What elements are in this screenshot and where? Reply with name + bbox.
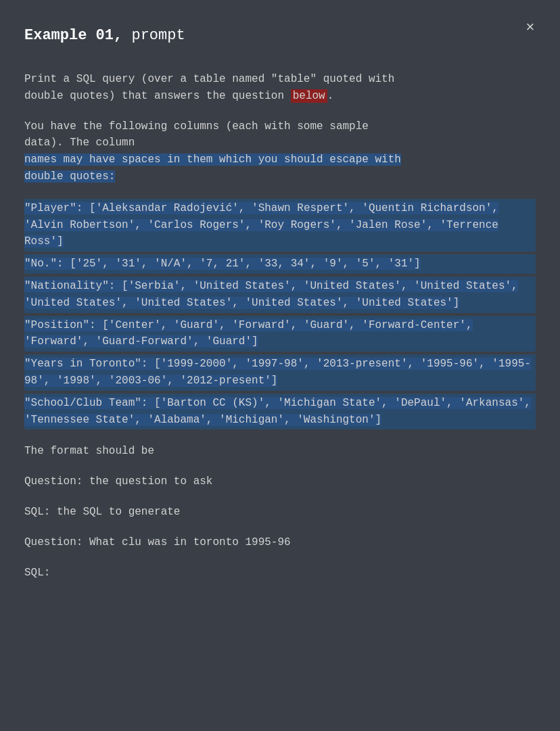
nationality-label: "Nationality": bbox=[24, 280, 115, 292]
intro-period: . bbox=[327, 90, 334, 102]
main-container: × Example 01, prompt Print a SQL query (… bbox=[0, 0, 560, 635]
school-row: "School/Club Team": ['Barton CC (KS)', '… bbox=[24, 394, 536, 430]
no-row: "No.": ['25', '31', 'N/A', '7, 21', '33,… bbox=[24, 254, 536, 274]
para2-line1: You have the following columns (each wit… bbox=[24, 120, 369, 133]
player-data: "Player": ['Aleksandar Radojević', 'Shaw… bbox=[24, 202, 498, 248]
intro-paragraph: Print a SQL query (over a table named "t… bbox=[24, 71, 536, 105]
position-label: "Position": bbox=[24, 319, 96, 331]
content-area: Print a SQL query (over a table named "t… bbox=[24, 71, 536, 581]
no-label: "No.": bbox=[24, 258, 64, 270]
format-line2: SQL: the SQL to generate bbox=[24, 504, 536, 521]
data-columns-section: "Player": ['Aleksandar Radojević', 'Shaw… bbox=[24, 199, 536, 430]
para2-line3: names may have spaces in them which you … bbox=[24, 154, 401, 166]
no-value: ['25', '31', 'N/A', '7, 21', '33, 34', '… bbox=[64, 258, 421, 270]
format-intro: The format should be bbox=[24, 443, 536, 460]
highlight-below: below bbox=[291, 89, 327, 103]
para2-line4: double quotes: bbox=[24, 170, 115, 183]
columns-intro-paragraph: You have the following columns (each wit… bbox=[24, 118, 536, 185]
nationality-data: "Nationality": ['Serbia', 'United States… bbox=[24, 280, 518, 309]
player-value: ['Aleksandar Radojević', 'Shawn Respert'… bbox=[24, 202, 498, 248]
close-button[interactable]: × bbox=[519, 16, 541, 38]
years-data: "Years in Toronto": ['1999-2000', '1997-… bbox=[24, 358, 531, 387]
position-data: "Position": ['Center', 'Guard', 'Forward… bbox=[24, 319, 473, 348]
years-label: "Years in Toronto": bbox=[24, 358, 147, 370]
no-data: "No.": ['25', '31', 'N/A', '7, 21', '33,… bbox=[24, 258, 421, 270]
para2-line2: data). The column bbox=[24, 137, 135, 149]
school-data: "School/Club Team": ['Barton CC (KS)', '… bbox=[24, 397, 531, 426]
title-normal: prompt bbox=[122, 27, 185, 44]
format-line1: Question: the question to ask bbox=[24, 473, 536, 490]
format-section: The format should be Question: the quest… bbox=[24, 443, 536, 520]
school-label: "School/Club Team": bbox=[24, 397, 147, 409]
nationality-row: "Nationality": ['Serbia', 'United States… bbox=[24, 277, 536, 313]
sql-text: SQL: bbox=[24, 565, 536, 582]
intro-line2-before: double quotes) that answers the question bbox=[24, 90, 284, 102]
player-label: "Player": bbox=[24, 202, 83, 214]
position-row: "Position": ['Center', 'Guard', 'Forward… bbox=[24, 316, 536, 352]
close-icon: × bbox=[526, 18, 535, 36]
player-row: "Player": ['Aleksandar Radojević', 'Shaw… bbox=[24, 199, 536, 252]
intro-line1: Print a SQL query (over a table named "t… bbox=[24, 73, 394, 85]
question-section: Question: What clu was in toronto 1995-9… bbox=[24, 534, 536, 582]
title-bold: Example 01, bbox=[24, 27, 122, 44]
page-title: Example 01, prompt bbox=[24, 27, 536, 44]
question-text: Question: What clu was in toronto 1995-9… bbox=[24, 534, 536, 551]
years-row: "Years in Toronto": ['1999-2000', '1997-… bbox=[24, 354, 536, 391]
